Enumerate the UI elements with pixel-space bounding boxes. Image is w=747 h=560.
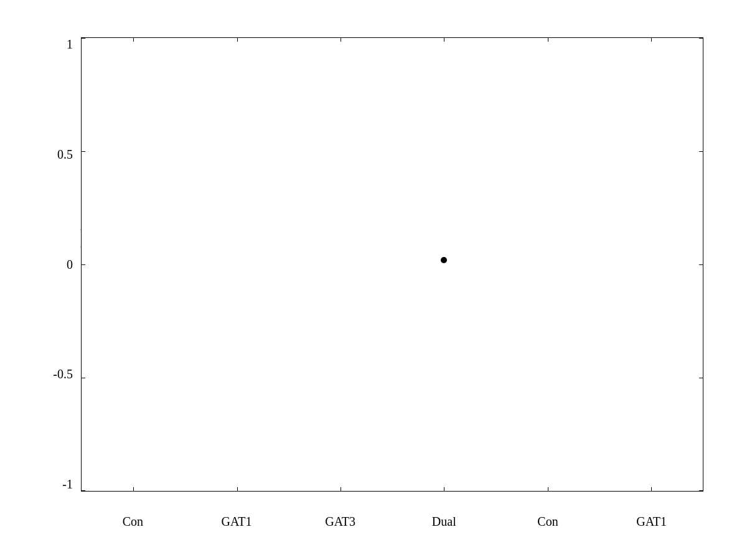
y-tick-n1: -1 — [62, 477, 78, 492]
y-tick-labels: 1 0.5 0 -0.5 -1 — [31, 37, 78, 492]
y-tick-n05: -0.5 — [53, 367, 78, 381]
y-tick-1: 1 — [67, 37, 78, 52]
x-label-dual: Dual — [392, 515, 496, 529]
x-axis-labels: Con GAT1 GAT3 Dual Con GAT1 — [81, 515, 703, 529]
chart-wrapper: LTS time jitter (ms) 1 0.5 0 -0.5 -1 — [31, 25, 716, 535]
x-label-gat1-2: GAT1 — [599, 515, 703, 529]
x-label-con2: Con — [496, 515, 600, 529]
y-tick-0: 0 — [67, 258, 78, 272]
x-label-con1: Con — [81, 515, 185, 529]
x-label-gat1: GAT1 — [185, 515, 289, 529]
data-point-dual — [441, 257, 447, 263]
y-tick-05: 0.5 — [57, 147, 78, 162]
chart-container: LTS time jitter (ms) 1 0.5 0 -0.5 -1 — [0, 0, 747, 560]
x-label-gat3: GAT3 — [288, 515, 392, 529]
plot-area — [81, 37, 703, 492]
